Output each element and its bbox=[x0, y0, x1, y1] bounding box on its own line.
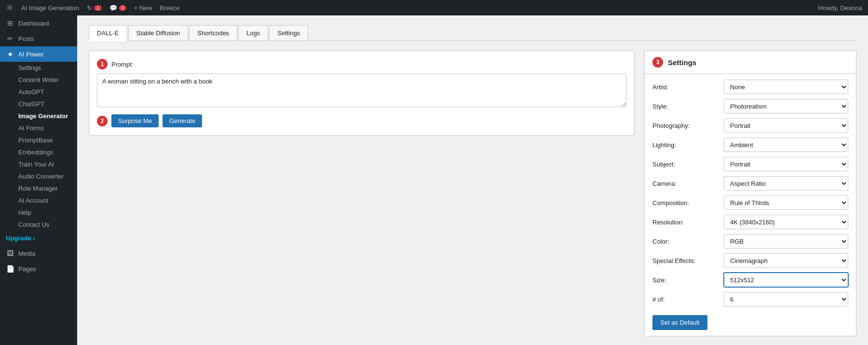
sidebar-item-audio-converter[interactable]: Audio Converter bbox=[0, 170, 77, 182]
sidebar-label-posts: Posts bbox=[18, 35, 34, 42]
lighting-select[interactable]: Ambient Natural Studio bbox=[724, 138, 848, 152]
resolution-label: Resolution: bbox=[652, 219, 720, 226]
tab-bar: DALL-E Stable Diffusion Shortcodes Logs … bbox=[89, 25, 856, 41]
num-of-label: # of: bbox=[652, 296, 720, 303]
pages-icon: 📄 bbox=[6, 265, 14, 273]
settings-panel: 3 Settings Artist: None Leonardo da Vinc… bbox=[644, 51, 856, 336]
color-label: Color: bbox=[652, 238, 720, 245]
site-name[interactable]: AI Image Generation bbox=[21, 4, 79, 12]
sidebar-item-posts[interactable]: ✏ Posts bbox=[0, 31, 77, 46]
settings-row-style: Style: Photorealism Abstract Impressioni… bbox=[652, 99, 848, 113]
settings-title: Settings bbox=[668, 58, 696, 67]
prompt-label-text: Prompt: bbox=[111, 61, 134, 68]
sidebar-item-content-writer[interactable]: Content Writer bbox=[0, 74, 77, 86]
new-content-item[interactable]: + New bbox=[134, 4, 152, 12]
sidebar-item-role-manager[interactable]: Role Manager bbox=[0, 182, 77, 194]
resolution-select[interactable]: 4K (3840x2160) 1080p 720p bbox=[724, 215, 848, 229]
admin-bar: ⚛ AI Image Generation ↻ 1 💬 0 + New Bree… bbox=[0, 0, 868, 15]
tab-settings[interactable]: Settings bbox=[269, 25, 308, 41]
generate-button[interactable]: Generate bbox=[163, 114, 202, 127]
artist-select[interactable]: None Leonardo da Vinci Van Gogh Picasso bbox=[724, 80, 848, 94]
color-select[interactable]: RGB CMYK Grayscale bbox=[724, 234, 848, 248]
content-area: 1 Prompt: A woman sitting on a bench wit… bbox=[89, 51, 856, 336]
sidebar-item-help[interactable]: Help bbox=[0, 207, 77, 219]
photography-label: Photography: bbox=[652, 122, 720, 129]
updates-count: 1 bbox=[94, 5, 102, 11]
upgrade-label: Upgrade › bbox=[6, 235, 35, 242]
composition-label: Composition: bbox=[652, 199, 720, 207]
step-2-badge: 2 bbox=[97, 116, 108, 126]
num-of-select[interactable]: 1 2 3 4 5 6 7 8 bbox=[724, 292, 848, 306]
sidebar-item-ai-account[interactable]: AI Account bbox=[0, 194, 77, 207]
sidebar-item-chatgpt[interactable]: ChatGPT bbox=[0, 98, 77, 110]
plugin-name: Breeze bbox=[160, 4, 179, 12]
style-label: Style: bbox=[652, 103, 720, 110]
sidebar-label-media: Media bbox=[18, 250, 35, 257]
sidebar-item-ai-power[interactable]: ★ AI Power bbox=[0, 46, 77, 62]
settings-row-photography: Photography: Portrait Landscape Macro bbox=[652, 118, 848, 133]
settings-row-lighting: Lighting: Ambient Natural Studio bbox=[652, 138, 848, 152]
step-1-badge: 1 bbox=[97, 59, 108, 69]
sidebar-item-media[interactable]: 🖼 Media bbox=[0, 246, 77, 261]
greeting: Howdy, Deanna bbox=[818, 4, 862, 12]
sidebar-item-upgrade[interactable]: Upgrade › bbox=[0, 231, 77, 246]
settings-row-color: Color: RGB CMYK Grayscale bbox=[652, 234, 848, 248]
sidebar-item-embeddings[interactable]: Embeddings bbox=[0, 146, 77, 158]
settings-row-num-of: # of: 1 2 3 4 5 6 7 8 bbox=[652, 292, 848, 306]
tab-shortcodes[interactable]: Shortcodes bbox=[189, 25, 237, 41]
main-content: DALL-E Stable Diffusion Shortcodes Logs … bbox=[77, 15, 868, 345]
sidebar-item-dashboard[interactable]: ⊞ Dashboard bbox=[0, 15, 77, 31]
prompt-label-row: 1 Prompt: bbox=[97, 59, 626, 69]
dashboard-icon: ⊞ bbox=[6, 19, 14, 27]
composition-select[interactable]: Rule of Thirds Symmetry Leading Lines bbox=[724, 195, 848, 210]
subject-label: Subject: bbox=[652, 161, 720, 168]
tab-dalle[interactable]: DALL-E bbox=[89, 25, 127, 41]
tab-stable-diffusion[interactable]: Stable Diffusion bbox=[128, 25, 189, 41]
posts-icon: ✏ bbox=[6, 35, 14, 42]
special-effects-label: Special Effects: bbox=[652, 257, 720, 264]
comments-count: 0 bbox=[119, 5, 127, 11]
size-label: Size: bbox=[652, 276, 720, 284]
settings-row-size: Size: 512x512 256x256 1024x1024 bbox=[652, 273, 848, 287]
settings-header: 3 Settings bbox=[645, 51, 856, 74]
sidebar-item-pages[interactable]: 📄 Pages bbox=[0, 261, 77, 276]
sidebar-item-ai-forms[interactable]: AI Forms bbox=[0, 122, 77, 134]
comments-icon: 💬 bbox=[109, 4, 117, 12]
wp-logo-icon: ⚛ bbox=[6, 2, 14, 13]
settings-row-special-effects: Special Effects: Cinemagraph Bokeh HDR bbox=[652, 253, 848, 268]
sidebar-item-image-generator[interactable]: Image Generator bbox=[0, 110, 77, 122]
lighting-label: Lighting: bbox=[652, 141, 720, 149]
sidebar-item-train-your-ai[interactable]: Train Your AI bbox=[0, 158, 77, 170]
updates-item[interactable]: ↻ 1 bbox=[87, 4, 102, 12]
special-effects-select[interactable]: Cinemagraph Bokeh HDR bbox=[724, 253, 848, 268]
step-3-badge: 3 bbox=[652, 57, 663, 68]
sidebar-item-promptbase[interactable]: PromptBase bbox=[0, 134, 77, 146]
photography-select[interactable]: Portrait Landscape Macro bbox=[724, 118, 848, 133]
style-select[interactable]: Photorealism Abstract Impressionism bbox=[724, 99, 848, 113]
sidebar-label-pages: Pages bbox=[18, 265, 36, 273]
artist-label: Artist: bbox=[652, 83, 720, 91]
button-row: 2 Surprise Me Generate bbox=[97, 114, 626, 127]
sidebar: ⊞ Dashboard ✏ Posts ★ AI Power Settings … bbox=[0, 15, 77, 345]
tab-logs[interactable]: Logs bbox=[238, 25, 268, 41]
settings-row-subject: Subject: Portrait Landscape Animal bbox=[652, 157, 848, 171]
prompt-textarea[interactable]: A woman sitting on a bench with a book bbox=[97, 73, 626, 107]
sidebar-item-autogpt[interactable]: AutoGPT bbox=[0, 86, 77, 98]
comments-item[interactable]: 💬 0 bbox=[109, 4, 127, 12]
surprise-me-button[interactable]: Surprise Me bbox=[111, 114, 159, 127]
media-icon: 🖼 bbox=[6, 249, 14, 257]
updates-icon: ↻ bbox=[87, 4, 92, 12]
sidebar-item-contact-us[interactable]: Contact Us bbox=[0, 219, 77, 231]
settings-body: Artist: None Leonardo da Vinci Van Gogh … bbox=[645, 74, 856, 336]
size-select[interactable]: 512x512 256x256 1024x1024 bbox=[724, 273, 848, 287]
settings-row-artist: Artist: None Leonardo da Vinci Van Gogh … bbox=[652, 80, 848, 94]
settings-row-resolution: Resolution: 4K (3840x2160) 1080p 720p bbox=[652, 215, 848, 229]
set-as-default-button[interactable]: Set as Default bbox=[652, 315, 707, 330]
sidebar-label-ai-power: AI Power bbox=[18, 51, 44, 58]
sidebar-item-settings[interactable]: Settings bbox=[0, 62, 77, 74]
settings-row-camera: Camera: Aspect Ratio DSLR Mirrorless bbox=[652, 176, 848, 191]
prompt-panel: 1 Prompt: A woman sitting on a bench wit… bbox=[89, 51, 635, 136]
camera-select[interactable]: Aspect Ratio DSLR Mirrorless bbox=[724, 176, 848, 191]
subject-select[interactable]: Portrait Landscape Animal bbox=[724, 157, 848, 171]
ai-power-icon: ★ bbox=[6, 50, 14, 58]
